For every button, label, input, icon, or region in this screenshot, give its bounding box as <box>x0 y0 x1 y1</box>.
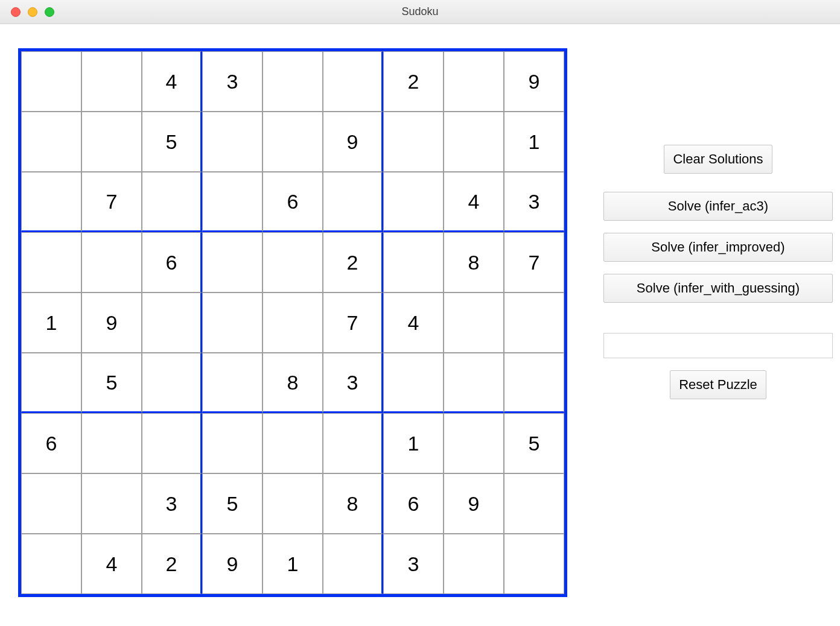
sudoku-cell[interactable]: 3 <box>202 51 262 112</box>
sudoku-cell[interactable]: 5 <box>504 413 564 473</box>
sudoku-cell[interactable] <box>202 353 262 413</box>
sudoku-cell[interactable]: 2 <box>142 534 202 594</box>
maximize-icon[interactable] <box>45 7 54 17</box>
traffic-lights <box>0 7 54 17</box>
sudoku-cell[interactable] <box>504 292 564 353</box>
sudoku-cell[interactable] <box>21 353 81 413</box>
reset-puzzle-button[interactable]: Reset Puzzle <box>670 370 766 399</box>
sudoku-cell[interactable] <box>444 112 504 172</box>
sudoku-cell[interactable]: 2 <box>323 232 383 292</box>
clear-solutions-button[interactable]: Clear Solutions <box>664 145 772 174</box>
solve-ac3-button[interactable]: Solve (infer_ac3) <box>603 192 833 221</box>
sudoku-cell[interactable]: 9 <box>504 51 564 112</box>
sudoku-cell[interactable] <box>202 292 262 353</box>
sudoku-cell[interactable]: 1 <box>21 292 81 353</box>
sudoku-cell[interactable] <box>202 172 262 232</box>
sudoku-cell[interactable] <box>383 232 444 292</box>
sudoku-cell[interactable]: 3 <box>504 172 564 232</box>
solve-guessing-button[interactable]: Solve (infer_with_guessing) <box>603 274 833 303</box>
sudoku-cell[interactable] <box>202 413 262 473</box>
content-area: 43295917643628719745836153586942913 Clea… <box>0 24 840 621</box>
sudoku-cell[interactable]: 7 <box>81 172 142 232</box>
sudoku-cell[interactable] <box>202 112 262 172</box>
sudoku-cell[interactable] <box>81 51 142 112</box>
sudoku-cell[interactable]: 9 <box>323 112 383 172</box>
sudoku-cell[interactable]: 1 <box>383 413 444 473</box>
sudoku-cell[interactable] <box>262 292 323 353</box>
sudoku-cell[interactable]: 6 <box>21 413 81 473</box>
sudoku-cell[interactable] <box>21 473 81 534</box>
sudoku-cell[interactable]: 8 <box>262 353 323 413</box>
sudoku-cell[interactable] <box>504 473 564 534</box>
sudoku-cell[interactable]: 4 <box>142 51 202 112</box>
sudoku-cell[interactable]: 2 <box>383 51 444 112</box>
sudoku-cell[interactable] <box>262 51 323 112</box>
controls-panel: Clear Solutions Solve (infer_ac3) Solve … <box>603 48 833 597</box>
sudoku-cell[interactable] <box>81 232 142 292</box>
close-icon[interactable] <box>11 7 21 17</box>
sudoku-cell[interactable] <box>323 172 383 232</box>
sudoku-cell[interactable]: 3 <box>323 353 383 413</box>
sudoku-cell[interactable] <box>202 232 262 292</box>
sudoku-cell[interactable] <box>81 413 142 473</box>
sudoku-cell[interactable] <box>142 292 202 353</box>
sudoku-cell[interactable]: 6 <box>383 473 444 534</box>
window-title: Sudoku <box>0 5 840 18</box>
app-window: Sudoku 432959176436287197458361535869429… <box>0 0 840 626</box>
sudoku-cell[interactable]: 6 <box>142 232 202 292</box>
sudoku-cell[interactable] <box>323 413 383 473</box>
sudoku-cell[interactable]: 3 <box>142 473 202 534</box>
sudoku-cell[interactable]: 1 <box>504 112 564 172</box>
sudoku-cell[interactable]: 4 <box>383 292 444 353</box>
sudoku-cell[interactable] <box>444 292 504 353</box>
sudoku-cell[interactable]: 9 <box>444 473 504 534</box>
sudoku-cell[interactable] <box>444 51 504 112</box>
sudoku-cell[interactable] <box>444 353 504 413</box>
sudoku-cell[interactable] <box>21 112 81 172</box>
sudoku-cell[interactable] <box>323 534 383 594</box>
sudoku-cell[interactable] <box>21 232 81 292</box>
sudoku-cell[interactable] <box>142 413 202 473</box>
sudoku-cell[interactable] <box>262 232 323 292</box>
sudoku-cell[interactable] <box>21 172 81 232</box>
sudoku-cell[interactable] <box>504 534 564 594</box>
sudoku-cell[interactable]: 5 <box>202 473 262 534</box>
sudoku-cell[interactable]: 5 <box>142 112 202 172</box>
sudoku-cell[interactable]: 9 <box>202 534 262 594</box>
sudoku-cell[interactable]: 7 <box>323 292 383 353</box>
sudoku-cell[interactable]: 6 <box>262 172 323 232</box>
sudoku-cell[interactable]: 4 <box>444 172 504 232</box>
solve-improved-button[interactable]: Solve (infer_improved) <box>603 233 833 262</box>
sudoku-cell[interactable]: 5 <box>81 353 142 413</box>
sudoku-cell[interactable] <box>142 172 202 232</box>
minimize-icon[interactable] <box>28 7 37 17</box>
sudoku-cell[interactable]: 4 <box>81 534 142 594</box>
sudoku-cell[interactable]: 8 <box>323 473 383 534</box>
sudoku-cell[interactable] <box>262 473 323 534</box>
puzzle-input[interactable] <box>603 333 833 358</box>
sudoku-cell[interactable] <box>444 413 504 473</box>
titlebar: Sudoku <box>0 0 840 24</box>
sudoku-cell[interactable] <box>21 51 81 112</box>
sudoku-cell[interactable] <box>444 534 504 594</box>
sudoku-cell[interactable]: 8 <box>444 232 504 292</box>
sudoku-cell[interactable]: 1 <box>262 534 323 594</box>
sudoku-cell[interactable] <box>383 112 444 172</box>
sudoku-cell[interactable] <box>142 353 202 413</box>
sudoku-cell[interactable] <box>21 534 81 594</box>
sudoku-container: 43295917643628719745836153586942913 <box>18 48 567 597</box>
sudoku-cell[interactable]: 9 <box>81 292 142 353</box>
sudoku-cell[interactable] <box>262 413 323 473</box>
sudoku-cell[interactable] <box>262 112 323 172</box>
sudoku-cell[interactable] <box>323 51 383 112</box>
sudoku-cell[interactable] <box>383 172 444 232</box>
sudoku-grid: 43295917643628719745836153586942913 <box>18 48 567 597</box>
sudoku-cell[interactable] <box>504 353 564 413</box>
sudoku-cell[interactable] <box>383 353 444 413</box>
sudoku-cell[interactable] <box>81 473 142 534</box>
sudoku-cell[interactable]: 3 <box>383 534 444 594</box>
sudoku-cell[interactable]: 7 <box>504 232 564 292</box>
sudoku-cell[interactable] <box>81 112 142 172</box>
